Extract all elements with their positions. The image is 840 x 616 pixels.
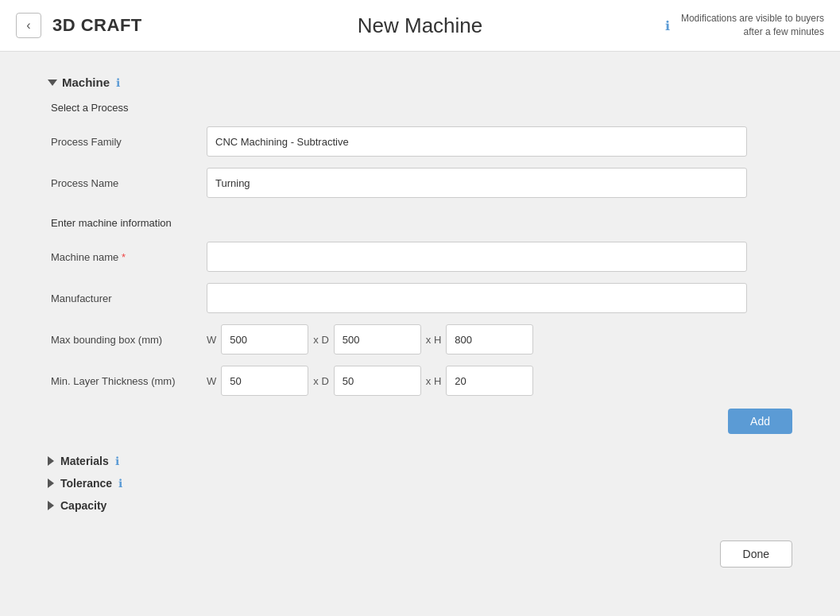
header: ‹ 3D CRAFT New Machine ℹ Modifications a… (0, 0, 840, 52)
process-name-input[interactable] (207, 168, 747, 198)
xd-axis-label: x D (313, 334, 329, 346)
header-right: ℹ Modifications are visible to buyers af… (665, 12, 824, 39)
page-title: New Machine (358, 14, 483, 38)
back-button[interactable]: ‹ (16, 13, 41, 38)
header-left: ‹ 3D CRAFT (16, 13, 142, 38)
machine-section-header: Machine ℹ (48, 76, 792, 89)
process-family-row: Process Family (48, 126, 792, 157)
min-h-input[interactable] (446, 366, 533, 396)
max-bounding-box-inputs: W x D x H (207, 324, 533, 354)
tolerance-section[interactable]: Tolerance ℹ (48, 472, 792, 494)
machine-info-icon[interactable]: ℹ (116, 76, 120, 89)
machine-section-toggle[interactable]: Machine (48, 76, 110, 89)
back-icon: ‹ (26, 18, 30, 33)
machine-name-label: Machine name (48, 251, 207, 263)
max-bounding-box-row: Max bounding box (mm) W x D x H (48, 324, 792, 354)
process-family-label: Process Family (48, 136, 207, 148)
materials-toggle-icon (48, 456, 54, 466)
app-title: 3D CRAFT (52, 15, 142, 36)
max-w-input[interactable] (221, 324, 308, 354)
done-button-row: Done (48, 540, 792, 568)
min-layer-label: Min. Layer Thickness (mm) (48, 375, 207, 387)
machine-name-row: Machine name (48, 242, 792, 272)
process-family-input[interactable] (207, 126, 747, 157)
xh-axis-label: x H (426, 334, 442, 346)
capacity-section[interactable]: Capacity (48, 494, 792, 517)
machine-name-input[interactable] (207, 242, 747, 272)
process-name-row: Process Name (48, 168, 792, 198)
min-d-input[interactable] (334, 366, 421, 396)
tolerance-label: Tolerance (60, 477, 112, 490)
done-button[interactable]: Done (720, 540, 792, 568)
tolerance-info-icon[interactable]: ℹ (118, 477, 122, 490)
manufacturer-label: Manufacturer (48, 293, 207, 304)
max-d-input[interactable] (334, 324, 421, 354)
min-w-input[interactable] (221, 366, 308, 396)
capacity-toggle-icon (48, 501, 54, 510)
min-layer-row: Min. Layer Thickness (mm) W x D x H (48, 366, 792, 396)
min-layer-inputs: W x D x H (207, 366, 533, 396)
max-bounding-box-label: Max bounding box (mm) (48, 334, 207, 346)
materials-label: Materials (60, 455, 109, 467)
materials-section[interactable]: Materials ℹ (48, 450, 792, 472)
machine-section-label: Machine (62, 76, 110, 89)
min-xh-axis-label: x H (426, 375, 442, 387)
header-notice: Modifications are visible to buyers afte… (676, 12, 824, 39)
w-axis-label: W (207, 334, 216, 346)
capacity-label: Capacity (60, 499, 106, 512)
info-icon-header: ℹ (665, 18, 670, 33)
add-button[interactable]: Add (728, 409, 792, 434)
min-xd-axis-label: x D (313, 375, 329, 387)
triangle-down-icon (48, 79, 57, 86)
main-content: Machine ℹ Select a Process Process Famil… (0, 52, 840, 591)
tolerance-toggle-icon (48, 478, 54, 488)
min-w-axis-label: W (207, 375, 216, 387)
add-button-row: Add (48, 409, 792, 434)
select-process-label: Select a Process (51, 102, 792, 114)
max-h-input[interactable] (446, 324, 533, 354)
manufacturer-row: Manufacturer (48, 283, 792, 313)
enter-machine-info-label: Enter machine information (51, 217, 792, 229)
manufacturer-input[interactable] (207, 283, 747, 313)
process-name-label: Process Name (48, 177, 207, 189)
materials-info-icon[interactable]: ℹ (115, 455, 119, 467)
